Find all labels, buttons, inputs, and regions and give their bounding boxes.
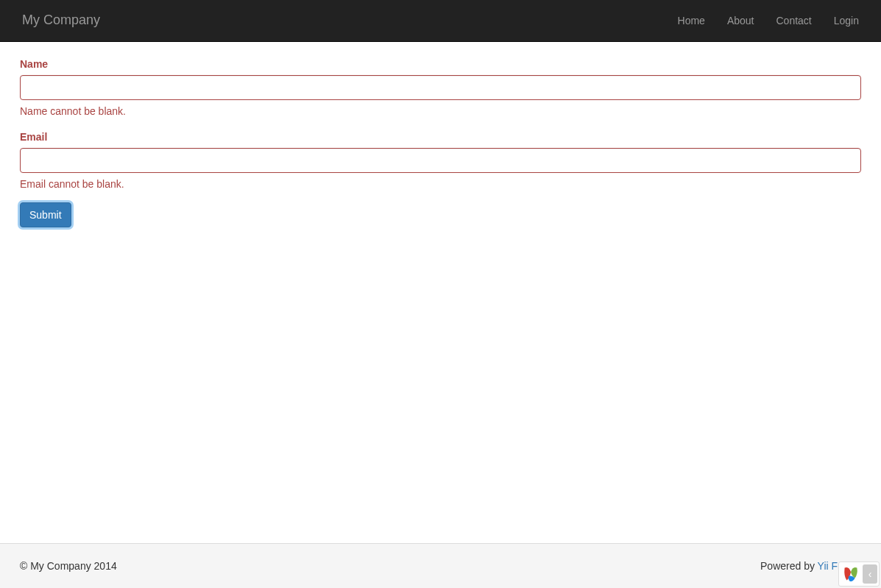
powered-by-text: Powered by (760, 560, 818, 572)
footer: © My Company 2014 Powered by Yii Frame (0, 543, 881, 588)
submit-button[interactable]: Submit (20, 202, 71, 227)
form-container: Name Name cannot be blank. Email Email c… (0, 57, 881, 227)
form-group-submit: Submit (20, 202, 861, 227)
email-input[interactable] (20, 148, 861, 173)
nav-link-about[interactable]: About (716, 2, 765, 39)
nav-link-home[interactable]: Home (667, 2, 716, 39)
email-label: Email (20, 130, 47, 144)
debug-toggle-button[interactable]: ‹ (863, 564, 877, 584)
name-label: Name (20, 57, 48, 71)
form-group-email: Email Email cannot be blank. (20, 130, 861, 191)
entry-form: Name Name cannot be blank. Email Email c… (20, 57, 861, 227)
name-error: Name cannot be blank. (20, 104, 861, 118)
email-error: Email cannot be blank. (20, 177, 861, 191)
nav-link-login[interactable]: Login (823, 2, 870, 39)
yii-logo-icon[interactable] (841, 564, 861, 584)
navbar: My Company Home About Contact Login (0, 0, 881, 42)
navbar-brand[interactable]: My Company (11, 0, 111, 41)
form-group-name: Name Name cannot be blank. (20, 57, 861, 118)
name-input[interactable] (20, 75, 861, 100)
nav-link-contact[interactable]: Contact (765, 2, 822, 39)
debug-toolbar: ‹ (838, 562, 880, 587)
footer-copyright: © My Company 2014 (20, 559, 117, 573)
navbar-nav: Home About Contact Login (667, 2, 870, 39)
